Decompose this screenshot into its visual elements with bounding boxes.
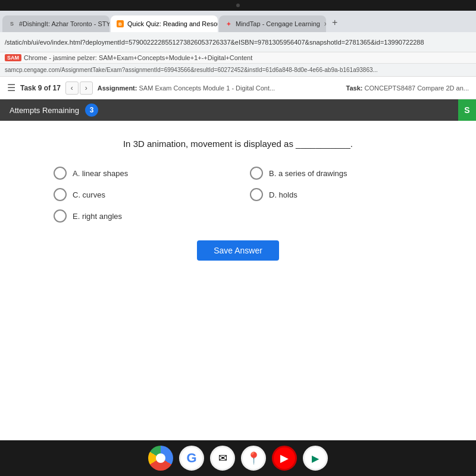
taskbar-maps-icon[interactable]: 📍 bbox=[241, 446, 266, 471]
radio-c[interactable] bbox=[54, 188, 67, 201]
address-text: /static/nb/ui/evo/index.html?deploymentI… bbox=[5, 39, 471, 46]
assignment-name: SAM Exam Concepts Module 1 - Digital Con… bbox=[139, 84, 275, 92]
quiz-content: In 3D animation, movement is displayed a… bbox=[0, 121, 476, 440]
full-address-text: samcp.cengage.com/AssignmentTake/Exam?as… bbox=[5, 67, 378, 73]
taskbar-youtube-icon[interactable]: ▶ bbox=[272, 446, 297, 471]
option-c[interactable]: C. curves bbox=[54, 188, 226, 201]
nav-prev-button[interactable]: ‹ bbox=[65, 82, 79, 95]
task-prefix: Task: bbox=[346, 84, 363, 92]
option-d[interactable]: D. holds bbox=[250, 188, 422, 201]
tab-bar: S #DishingIt: Azhar Toronto - STY... ✕ B… bbox=[0, 11, 476, 32]
chrome-info-text: Chrome - jasmine pelzer: SAM+Exam+Concep… bbox=[24, 54, 252, 61]
option-e-label: E. right angles bbox=[73, 212, 122, 221]
attempts-badge: 3 bbox=[85, 104, 98, 117]
options-grid: A. linear shapes B. a series of drawings… bbox=[54, 167, 422, 223]
sam-badge: SAM bbox=[5, 54, 21, 61]
attempts-bar: Attempts Remaining 3 S bbox=[0, 99, 476, 121]
tab-2-label: Quick Quiz: Reading and Resour... bbox=[127, 20, 218, 27]
tab-1-favicon: S bbox=[8, 20, 15, 27]
option-c-label: C. curves bbox=[73, 190, 105, 199]
option-a-label: A. linear shapes bbox=[73, 169, 128, 178]
radio-e[interactable] bbox=[54, 209, 67, 223]
tab-1-label: #DishingIt: Azhar Toronto - STY... bbox=[19, 20, 109, 27]
taskbar-chrome-icon[interactable] bbox=[148, 446, 173, 471]
option-b-label: B. a series of drawings bbox=[269, 169, 347, 178]
camera-dot bbox=[236, 4, 240, 7]
taskbar-gmail-icon[interactable]: ✉ bbox=[210, 446, 235, 471]
question-text: In 3D animation, movement is displayed a… bbox=[24, 139, 452, 149]
radio-b[interactable] bbox=[250, 167, 263, 180]
option-d-label: D. holds bbox=[269, 190, 298, 199]
taskbar-play-icon[interactable]: ▶ bbox=[303, 446, 328, 471]
taskbar-google-icon[interactable]: G bbox=[179, 446, 204, 471]
tab-3-close[interactable]: ✕ bbox=[324, 21, 326, 27]
radio-a[interactable] bbox=[54, 167, 67, 180]
task-name: CONCEPTS8487 Compare 2D an... bbox=[365, 84, 469, 92]
save-btn-wrapper: Save Answer bbox=[24, 240, 452, 261]
hamburger-icon[interactable]: ☰ bbox=[7, 82, 15, 93]
tab-2[interactable]: B Quick Quiz: Reading and Resour... ✕ bbox=[111, 15, 218, 32]
save-answer-button[interactable]: Save Answer bbox=[197, 240, 279, 261]
option-e[interactable]: E. right angles bbox=[54, 209, 226, 223]
new-tab-button[interactable]: + bbox=[327, 15, 342, 30]
task-label: Task 9 of 17 bbox=[20, 84, 61, 92]
option-a[interactable]: A. linear shapes bbox=[54, 167, 226, 180]
nav-next-button[interactable]: › bbox=[80, 82, 93, 95]
assignment-text: Assignment: SAM Exam Concepts Module 1 -… bbox=[98, 84, 342, 92]
s-button: S bbox=[458, 99, 476, 121]
tab-3[interactable]: ✦ MindTap - Cengage Learning ✕ bbox=[219, 15, 326, 32]
os-top-bar bbox=[0, 0, 476, 11]
taskbar: G ✉ 📍 ▶ ▶ bbox=[0, 440, 476, 476]
chrome-info-bar: SAM Chrome - jasmine pelzer: SAM+Exam+Co… bbox=[0, 52, 476, 64]
option-b[interactable]: B. a series of drawings bbox=[250, 167, 422, 180]
browser-window: S #DishingIt: Azhar Toronto - STY... ✕ B… bbox=[0, 11, 476, 440]
task-text: Task: CONCEPTS8487 Compare 2D an... bbox=[346, 84, 469, 92]
tab-2-favicon: B bbox=[117, 20, 124, 27]
tab-3-label: MindTap - Cengage Learning bbox=[236, 20, 320, 27]
attempts-label: Attempts Remaining bbox=[10, 106, 79, 115]
task-header: ☰ Task 9 of 17 ‹ › Assignment: SAM Exam … bbox=[0, 77, 476, 99]
address-bar: /static/nb/ui/evo/index.html?deploymentI… bbox=[0, 32, 476, 52]
tab-1[interactable]: S #DishingIt: Azhar Toronto - STY... ✕ bbox=[2, 15, 109, 32]
address-bar2: samcp.cengage.com/AssignmentTake/Exam?as… bbox=[0, 64, 476, 77]
nav-arrows: ‹ › bbox=[65, 82, 93, 95]
radio-d[interactable] bbox=[250, 188, 263, 201]
tab-3-favicon: ✦ bbox=[225, 20, 232, 27]
assignment-prefix: Assignment: bbox=[98, 84, 137, 92]
